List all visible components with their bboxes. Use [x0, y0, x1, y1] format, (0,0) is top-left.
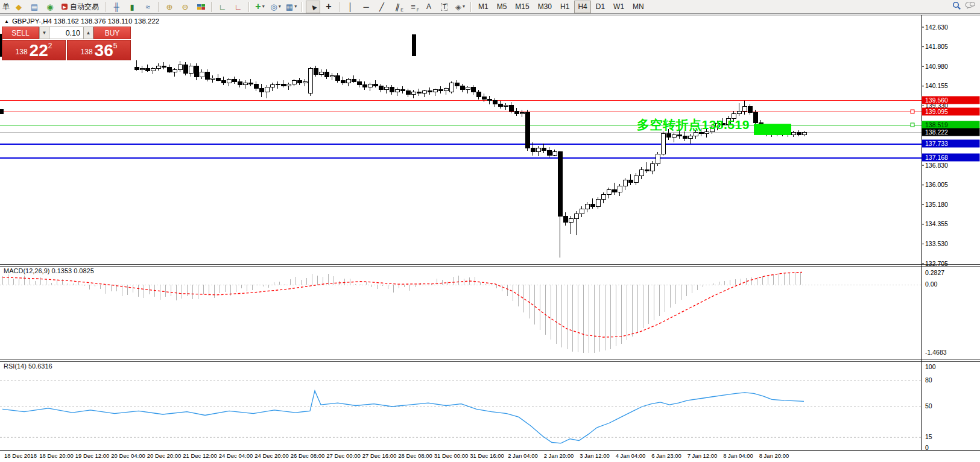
dropdown-caret-icon[interactable]: ▾	[262, 4, 265, 9]
tf-h1[interactable]: H1	[557, 1, 573, 13]
add-indicator-button[interactable]: +▾	[253, 1, 267, 13]
time-axis-label: 26 Dec 08:00	[291, 452, 325, 459]
candle	[639, 169, 643, 176]
vertical-line-button[interactable]: │	[343, 1, 358, 13]
candle	[520, 112, 524, 113]
price-chart-canvas[interactable]: 142.630141.805140.980140.155139.330136.8…	[0, 0, 980, 462]
candle	[390, 87, 394, 92]
search-icon[interactable]	[952, 1, 961, 13]
equidistant-channel-button[interactable]: ∥E	[390, 1, 405, 13]
tf-m5[interactable]: M5	[493, 1, 511, 13]
volume-increase-button[interactable]: ▲	[83, 27, 93, 39]
candle	[737, 111, 741, 113]
sell-button[interactable]: SELL	[2, 27, 39, 39]
bar-chart-icon[interactable]: ╫	[109, 1, 124, 13]
dropdown-caret-icon[interactable]: ▾	[463, 4, 465, 9]
zoom-out-icon[interactable]: ⊖	[178, 1, 192, 13]
candle	[140, 68, 144, 69]
candle	[205, 72, 209, 79]
time-axis-label: 4 Jan 04:00	[616, 452, 646, 459]
toolbar-separator	[158, 2, 159, 12]
crosshair-button: +	[326, 2, 331, 11]
candle	[297, 80, 302, 83]
highlight-rectangle-object	[754, 124, 791, 135]
macd-histogram	[3, 272, 801, 353]
candle	[585, 204, 589, 209]
candle	[645, 169, 649, 171]
symbol-ohlc-text: GBPJPY-,H4 138.162 138.376 138.110 138.2…	[12, 17, 159, 25]
chat-icon[interactable]	[965, 1, 975, 12]
tf-d1[interactable]: D1	[592, 1, 609, 13]
toolbar-separator	[302, 2, 303, 12]
sell-price-pips: 22	[30, 43, 48, 58]
candle	[531, 148, 535, 152]
candle	[569, 218, 573, 222]
candle	[677, 135, 681, 136]
fibonacci-button: ≡	[411, 3, 416, 11]
candle	[189, 66, 193, 73]
volume-decrease-button[interactable]: ▼	[39, 27, 49, 39]
candle	[482, 97, 486, 100]
candle	[417, 92, 421, 93]
text-label-button[interactable]: T	[437, 1, 452, 13]
crosshair-button[interactable]: +	[321, 1, 336, 13]
horizontal-line-button[interactable]: ─	[359, 1, 373, 13]
time-axis-label: 31 Dec 00:00	[434, 452, 469, 459]
candle	[460, 86, 464, 90]
line-drag-handle	[911, 110, 914, 113]
dropdown-caret-icon[interactable]: ▾	[294, 4, 297, 9]
candle	[487, 100, 492, 101]
tf-mn[interactable]: MN	[629, 1, 648, 13]
buy-price-button[interactable]: 138 36 5	[67, 40, 131, 60]
chart-annotation-text: 多空转折点138.519	[637, 116, 750, 133]
gold-icon[interactable]: ◆	[11, 1, 26, 13]
buy-button[interactable]: BUY	[93, 27, 131, 39]
arrows-button[interactable]: ◈▾	[453, 1, 467, 13]
chart-profile-icon[interactable]: ▤	[27, 1, 42, 13]
candle	[357, 81, 361, 85]
tf-h4[interactable]: H4	[574, 1, 590, 13]
autotrading-button[interactable]: ▶自动交易	[58, 1, 102, 13]
collapse-panel-icon[interactable]: ▲	[4, 19, 9, 24]
rsi-axis-label: 15	[925, 433, 932, 440]
tile-windows-icon[interactable]	[194, 1, 208, 13]
tf-m15[interactable]: M15	[511, 1, 533, 13]
candle	[438, 90, 443, 91]
candle	[384, 87, 388, 90]
tf-m1[interactable]: M1	[475, 1, 492, 13]
buy-price-pips: 36	[95, 43, 113, 58]
period-button[interactable]: ◎▾	[268, 1, 283, 13]
line-chart-icon[interactable]: ≈	[141, 1, 155, 13]
candle	[145, 68, 150, 71]
candle	[661, 134, 665, 154]
line-left-anchor	[0, 109, 4, 114]
candle	[628, 180, 633, 183]
tf-m30[interactable]: M30	[534, 1, 555, 13]
template-button[interactable]: ▦▾	[284, 1, 299, 13]
sell-price-button[interactable]: 138 22 2	[2, 40, 66, 60]
cursor-button[interactable]: ▲	[306, 1, 320, 13]
candle	[232, 79, 236, 81]
text-button[interactable]: A	[422, 1, 436, 13]
signal-icon[interactable]: ◉	[43, 1, 57, 13]
time-axis-label: 18 Dec 20:00	[39, 452, 74, 459]
sell-price-figure: 138	[16, 48, 28, 58]
dropdown-caret-icon[interactable]: ▾	[279, 4, 281, 9]
rsi-indicator-label: RSI(14) 50.6316	[4, 362, 52, 370]
candle	[254, 84, 258, 89]
new-order-partial[interactable]: 单	[1, 1, 10, 13]
rsi-line	[2, 391, 804, 443]
indicator-window-up-icon[interactable]: ∟	[215, 1, 230, 13]
tf-w1[interactable]: W1	[610, 1, 628, 13]
trendline-button[interactable]: ╱	[375, 1, 389, 13]
candle	[742, 107, 747, 112]
candle	[471, 87, 475, 92]
price-label-text: 138.519	[925, 121, 948, 128]
indicator-window-down-icon[interactable]: ∟	[231, 1, 245, 13]
volume-input[interactable]: 0.10	[49, 27, 83, 39]
candlestick-chart-icon[interactable]: ▮	[125, 1, 139, 13]
autotrading-status-icon: ▶	[62, 4, 68, 10]
fibonacci-button[interactable]: ≡F	[406, 1, 420, 13]
zoom-in-icon[interactable]: ⊕	[162, 1, 177, 13]
candle	[683, 136, 687, 139]
